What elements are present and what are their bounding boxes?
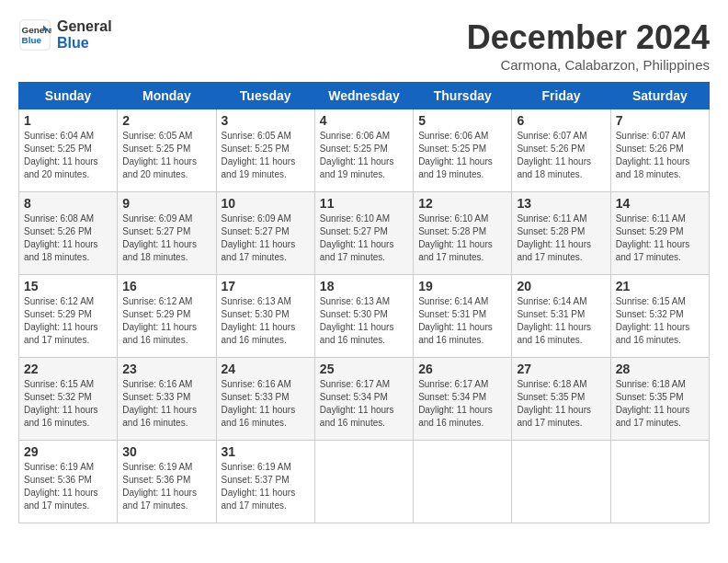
calendar-cell: 21Sunrise: 6:15 AM Sunset: 5:32 PM Dayli… bbox=[610, 275, 709, 358]
calendar-cell: 19Sunrise: 6:14 AM Sunset: 5:31 PM Dayli… bbox=[414, 275, 512, 358]
day-info: Sunrise: 6:18 AM Sunset: 5:35 PM Dayligh… bbox=[616, 378, 704, 430]
day-number: 29 bbox=[24, 444, 112, 459]
calendar-cell: 22Sunrise: 6:15 AM Sunset: 5:32 PM Dayli… bbox=[19, 358, 118, 441]
calendar-cell: 18Sunrise: 6:13 AM Sunset: 5:30 PM Dayli… bbox=[314, 275, 413, 358]
calendar-subtitle: Carmona, Calabarzon, Philippines bbox=[467, 57, 710, 73]
day-number: 14 bbox=[616, 196, 704, 211]
day-info: Sunrise: 6:18 AM Sunset: 5:35 PM Dayligh… bbox=[517, 378, 605, 430]
day-header-wednesday: Wednesday bbox=[314, 83, 413, 109]
calendar-cell: 9Sunrise: 6:09 AM Sunset: 5:27 PM Daylig… bbox=[118, 192, 216, 275]
calendar-cell: 13Sunrise: 6:11 AM Sunset: 5:28 PM Dayli… bbox=[512, 192, 610, 275]
day-number: 10 bbox=[222, 196, 310, 211]
day-number: 25 bbox=[320, 362, 408, 376]
calendar-week-5: 29Sunrise: 6:19 AM Sunset: 5:36 PM Dayli… bbox=[19, 441, 710, 523]
day-number: 7 bbox=[616, 113, 704, 128]
calendar-cell: 3Sunrise: 6:05 AM Sunset: 5:25 PM Daylig… bbox=[216, 109, 314, 192]
day-number: 22 bbox=[24, 362, 112, 376]
day-info: Sunrise: 6:05 AM Sunset: 5:25 PM Dayligh… bbox=[222, 130, 310, 181]
calendar-cell bbox=[314, 441, 413, 523]
day-number: 27 bbox=[517, 362, 605, 376]
svg-text:Blue: Blue bbox=[22, 35, 42, 45]
calendar-cell bbox=[610, 441, 709, 523]
calendar-cell: 17Sunrise: 6:13 AM Sunset: 5:30 PM Dayli… bbox=[216, 275, 314, 358]
day-header-tuesday: Tuesday bbox=[216, 83, 314, 109]
day-number: 9 bbox=[122, 196, 210, 211]
day-info: Sunrise: 6:15 AM Sunset: 5:32 PM Dayligh… bbox=[24, 378, 112, 430]
day-info: Sunrise: 6:17 AM Sunset: 5:34 PM Dayligh… bbox=[320, 378, 408, 430]
day-info: Sunrise: 6:05 AM Sunset: 5:25 PM Dayligh… bbox=[122, 130, 210, 181]
calendar-week-1: 1Sunrise: 6:04 AM Sunset: 5:25 PM Daylig… bbox=[19, 109, 710, 192]
day-number: 18 bbox=[320, 279, 408, 293]
title-section: December 2024 Carmona, Calabarzon, Phili… bbox=[467, 18, 710, 73]
logo-line2: Blue bbox=[57, 35, 112, 52]
calendar-cell: 2Sunrise: 6:05 AM Sunset: 5:25 PM Daylig… bbox=[118, 109, 216, 192]
calendar-cell bbox=[414, 441, 512, 523]
day-info: Sunrise: 6:14 AM Sunset: 5:31 PM Dayligh… bbox=[517, 295, 605, 347]
calendar-cell: 7Sunrise: 6:07 AM Sunset: 5:26 PM Daylig… bbox=[610, 109, 709, 192]
calendar-cell: 11Sunrise: 6:10 AM Sunset: 5:27 PM Dayli… bbox=[314, 192, 413, 275]
day-number: 1 bbox=[24, 113, 112, 128]
day-info: Sunrise: 6:16 AM Sunset: 5:33 PM Dayligh… bbox=[222, 378, 310, 430]
day-number: 28 bbox=[616, 362, 704, 376]
calendar-cell: 26Sunrise: 6:17 AM Sunset: 5:34 PM Dayli… bbox=[414, 358, 512, 441]
day-header-thursday: Thursday bbox=[414, 83, 512, 109]
day-number: 8 bbox=[24, 196, 112, 211]
calendar-table: SundayMondayTuesdayWednesdayThursdayFrid… bbox=[18, 82, 710, 523]
calendar-week-4: 22Sunrise: 6:15 AM Sunset: 5:32 PM Dayli… bbox=[19, 358, 710, 441]
day-header-friday: Friday bbox=[512, 83, 610, 109]
day-number: 3 bbox=[222, 113, 310, 128]
calendar-cell: 1Sunrise: 6:04 AM Sunset: 5:25 PM Daylig… bbox=[19, 109, 118, 192]
day-info: Sunrise: 6:19 AM Sunset: 5:36 PM Dayligh… bbox=[122, 461, 210, 512]
calendar-cell: 31Sunrise: 6:19 AM Sunset: 5:37 PM Dayli… bbox=[216, 441, 314, 523]
calendar-title: December 2024 bbox=[467, 18, 710, 57]
calendar-cell: 4Sunrise: 6:06 AM Sunset: 5:25 PM Daylig… bbox=[314, 109, 413, 192]
day-number: 16 bbox=[122, 279, 210, 293]
day-info: Sunrise: 6:07 AM Sunset: 5:26 PM Dayligh… bbox=[517, 130, 605, 181]
logo-line1: General bbox=[57, 18, 112, 35]
calendar-cell: 20Sunrise: 6:14 AM Sunset: 5:31 PM Dayli… bbox=[512, 275, 610, 358]
day-header-sunday: Sunday bbox=[19, 83, 118, 109]
day-info: Sunrise: 6:04 AM Sunset: 5:25 PM Dayligh… bbox=[24, 130, 112, 181]
day-info: Sunrise: 6:13 AM Sunset: 5:30 PM Dayligh… bbox=[222, 295, 310, 347]
day-number: 11 bbox=[320, 196, 408, 211]
day-info: Sunrise: 6:11 AM Sunset: 5:29 PM Dayligh… bbox=[616, 213, 704, 264]
day-info: Sunrise: 6:12 AM Sunset: 5:29 PM Dayligh… bbox=[24, 295, 112, 347]
day-info: Sunrise: 6:15 AM Sunset: 5:32 PM Dayligh… bbox=[616, 295, 704, 347]
calendar-header-row: SundayMondayTuesdayWednesdayThursdayFrid… bbox=[19, 83, 710, 109]
calendar-cell: 14Sunrise: 6:11 AM Sunset: 5:29 PM Dayli… bbox=[610, 192, 709, 275]
day-info: Sunrise: 6:19 AM Sunset: 5:37 PM Dayligh… bbox=[222, 461, 310, 512]
calendar-week-2: 8Sunrise: 6:08 AM Sunset: 5:26 PM Daylig… bbox=[19, 192, 710, 275]
calendar-cell: 5Sunrise: 6:06 AM Sunset: 5:25 PM Daylig… bbox=[414, 109, 512, 192]
day-number: 26 bbox=[418, 362, 506, 376]
day-info: Sunrise: 6:16 AM Sunset: 5:33 PM Dayligh… bbox=[122, 378, 210, 430]
day-info: Sunrise: 6:06 AM Sunset: 5:25 PM Dayligh… bbox=[418, 130, 506, 181]
calendar-cell: 16Sunrise: 6:12 AM Sunset: 5:29 PM Dayli… bbox=[118, 275, 216, 358]
calendar-cell: 6Sunrise: 6:07 AM Sunset: 5:26 PM Daylig… bbox=[512, 109, 610, 192]
day-number: 2 bbox=[122, 113, 210, 128]
day-number: 5 bbox=[418, 113, 506, 128]
calendar-cell: 12Sunrise: 6:10 AM Sunset: 5:28 PM Dayli… bbox=[414, 192, 512, 275]
day-info: Sunrise: 6:10 AM Sunset: 5:28 PM Dayligh… bbox=[418, 213, 506, 264]
day-info: Sunrise: 6:08 AM Sunset: 5:26 PM Dayligh… bbox=[24, 213, 112, 264]
day-number: 23 bbox=[122, 362, 210, 376]
day-number: 30 bbox=[122, 444, 210, 459]
logo-icon: General Blue bbox=[18, 18, 51, 52]
day-number: 17 bbox=[222, 279, 310, 293]
day-info: Sunrise: 6:17 AM Sunset: 5:34 PM Dayligh… bbox=[418, 378, 506, 430]
calendar-cell: 28Sunrise: 6:18 AM Sunset: 5:35 PM Dayli… bbox=[610, 358, 709, 441]
calendar-cell bbox=[512, 441, 610, 523]
day-info: Sunrise: 6:11 AM Sunset: 5:28 PM Dayligh… bbox=[517, 213, 605, 264]
day-info: Sunrise: 6:06 AM Sunset: 5:25 PM Dayligh… bbox=[320, 130, 408, 181]
calendar-cell: 30Sunrise: 6:19 AM Sunset: 5:36 PM Dayli… bbox=[118, 441, 216, 523]
day-number: 15 bbox=[24, 279, 112, 293]
day-header-saturday: Saturday bbox=[610, 83, 709, 109]
day-number: 20 bbox=[517, 279, 605, 293]
day-info: Sunrise: 6:07 AM Sunset: 5:26 PM Dayligh… bbox=[616, 130, 704, 181]
day-number: 13 bbox=[517, 196, 605, 211]
calendar-cell: 15Sunrise: 6:12 AM Sunset: 5:29 PM Dayli… bbox=[19, 275, 118, 358]
day-info: Sunrise: 6:19 AM Sunset: 5:36 PM Dayligh… bbox=[24, 461, 112, 512]
day-number: 21 bbox=[616, 279, 704, 293]
header: General Blue General Blue December 2024 … bbox=[18, 18, 710, 73]
day-info: Sunrise: 6:09 AM Sunset: 5:27 PM Dayligh… bbox=[122, 213, 210, 264]
day-number: 24 bbox=[222, 362, 310, 376]
